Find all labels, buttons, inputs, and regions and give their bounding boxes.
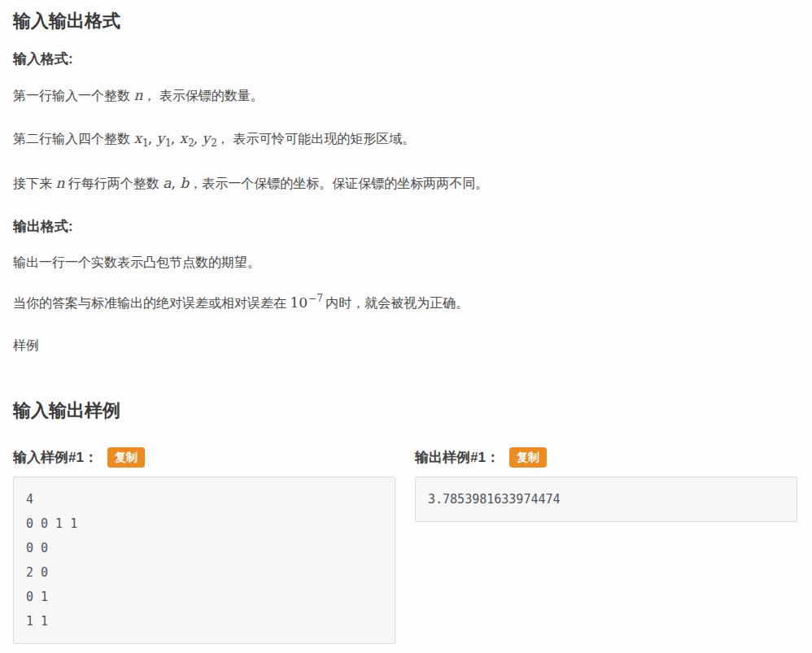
sample-output-column: 输出样例#1： 复制 3.7853981633974474 [415,446,797,644]
math-inline: , [171,175,180,191]
input-format-label: 输入格式: [13,50,797,68]
sample-input-column: 输入样例#1： 复制 4 0 0 1 1 0 0 2 0 0 1 1 1 [13,446,395,644]
math-inline: 10−7 [290,294,321,311]
math-inline: n [133,87,142,103]
sample-output-code: 3.7853981633974474 [415,477,797,522]
copy-output-button[interactable]: 复制 [509,447,547,468]
math-inline: x2 [180,130,194,146]
section-title-samples: 输入输出样例 [13,399,797,422]
math-inline: y2 [203,130,216,146]
math-inline: , [171,130,180,146]
sample-input-label: 输入样例#1： [13,448,98,467]
sample-input-code: 4 0 0 1 1 0 0 2 0 0 1 1 1 [13,477,395,644]
paragraph-input-line2: 第二行输入四个整数 x1, y1, x2, y2， 表示可怜可能出现的矩形区域。 [13,128,797,149]
samples-note: 样例 [13,337,797,355]
math-inline: x1 [133,130,147,146]
copy-input-button[interactable]: 复制 [107,447,145,468]
math-inline: n [55,175,64,191]
paragraph-output-line1: 输出一行一个实数表示凸包节点数的期望。 [13,252,797,272]
math-inline: b [180,175,189,191]
math-inline: , [194,130,203,146]
math-inline: y1 [157,130,171,146]
output-format-label: 输出格式: [13,218,797,236]
sample-output-label: 输出样例#1： [415,448,500,467]
paragraph-input-line3: 接下来 n 行每行两个整数 a, b，表示一个保镖的坐标。保证保镖的坐标两两不同… [13,173,797,194]
section-title-io-format: 输入输出格式 [13,10,797,33]
math-inline: a [163,175,171,191]
problem-page: 输入输出格式 输入格式: 第一行输入一个整数 n， 表示保镖的数量。 第二行输入… [0,0,812,653]
sample-output-header: 输出样例#1： 复制 [415,446,797,468]
paragraph-precision: 当你的答案与标准输出的绝对误差或相对误差在 10−7 内时，就会被视为正确。 [13,293,797,313]
math-inline: , [148,130,157,146]
sample-input-header: 输入样例#1： 复制 [13,446,395,468]
samples-row: 输入样例#1： 复制 4 0 0 1 1 0 0 2 0 0 1 1 1 输出样… [13,446,797,644]
paragraph-input-line1: 第一行输入一个整数 n， 表示保镖的数量。 [13,85,797,106]
